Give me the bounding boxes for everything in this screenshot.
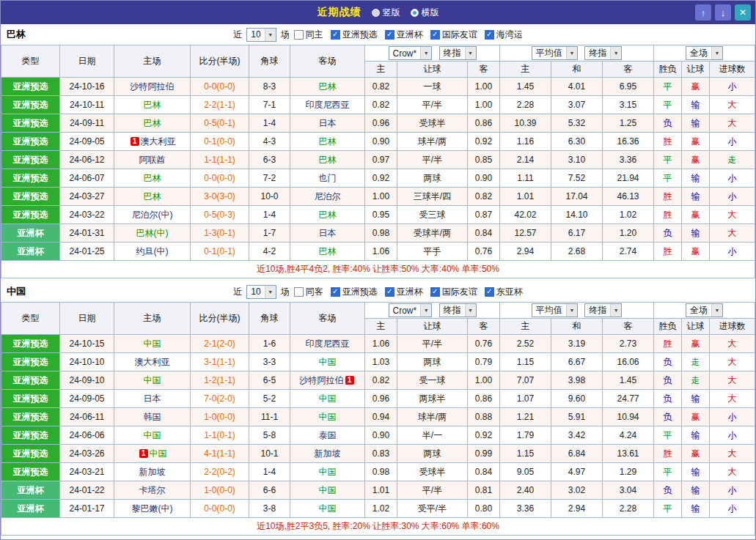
- euro-odds-time-select[interactable]: 终指▼: [584, 46, 622, 60]
- competition-checkbox[interactable]: ✓亚洲预选: [331, 29, 378, 41]
- home-team-cell: 沙特阿拉伯: [114, 78, 191, 96]
- asian-handicap-cell: 受三球: [397, 206, 468, 224]
- asian-handicap-cell: 受一球: [397, 371, 468, 390]
- euro-home-odds-cell: 42.02: [500, 206, 551, 224]
- team-label: 中国: [144, 375, 161, 385]
- average-select[interactable]: 平均值▼: [532, 303, 578, 317]
- outcome-cell: 胜: [654, 133, 682, 151]
- competition-checkbox[interactable]: ✓国际友谊: [430, 286, 477, 298]
- competition-label: 亚洲预选: [342, 29, 378, 41]
- same-venue-checkbox[interactable]: 同主: [294, 29, 323, 41]
- competition-label: 亚洲杯: [397, 286, 423, 298]
- euro-draw-odds-cell: 3.07: [551, 96, 603, 114]
- down-button[interactable]: ↓: [715, 4, 731, 21]
- asian-odds-header: Crow*▼ 终指▼: [365, 45, 500, 62]
- competition-checkbox[interactable]: ✓国际友谊: [430, 29, 477, 41]
- team-label: 中国: [144, 339, 161, 349]
- euro-draw-odds-cell: 6.30: [551, 133, 603, 151]
- asian-handicap-cell: 半/一: [397, 426, 468, 445]
- euro-home-odds-cell: 1.21: [500, 408, 551, 426]
- score-cell: 4-1(1-1): [191, 445, 249, 463]
- euro-odds-time-select[interactable]: 终指▼: [584, 303, 622, 317]
- euro-draw-odds-cell: 5.91: [551, 408, 603, 426]
- col-score: 比分(半场): [191, 303, 249, 335]
- match-row: 亚洲预选24-06-12阿联酋1-1(1-1)6-3巴林0.97平/半0.852…: [1, 151, 755, 169]
- away-team-cell: 巴林: [290, 151, 365, 169]
- goals-result-cell: 小: [710, 481, 755, 500]
- euro-home-odds-cell: 1.15: [500, 445, 551, 463]
- team-label: 日本: [319, 228, 337, 238]
- team-label: 中国: [319, 357, 337, 367]
- chevron-down-icon: ▼: [711, 47, 722, 59]
- score-cell: 0-5(0-3): [191, 206, 249, 224]
- score-cell: 1-0(0-0): [191, 481, 249, 500]
- competition-checkbox[interactable]: ✓海湾运: [485, 29, 523, 41]
- col-asian-away: 客: [468, 319, 500, 335]
- checkbox-checked-icon: ✓: [485, 287, 494, 297]
- match-row: 亚洲预选24-09-051澳大利亚0-1(0-0)4-3巴林0.90球半/两0.…: [1, 133, 755, 151]
- team-label: 中国: [144, 430, 161, 440]
- team-label: 日本: [144, 393, 161, 404]
- match-scope-select[interactable]: 全场▼: [686, 303, 723, 317]
- team-label: 巴林: [319, 210, 337, 220]
- select-value: 终指: [444, 47, 461, 59]
- same-venue-checkbox[interactable]: 同客: [294, 286, 323, 298]
- score-cell: 7-0(2-0): [191, 390, 249, 408]
- select-value: 终指: [589, 304, 606, 317]
- match-scope-select[interactable]: 全场▼: [686, 46, 723, 60]
- col-home: 主场: [114, 45, 191, 78]
- close-button[interactable]: ✕: [735, 4, 751, 21]
- handicap-result-cell: 输: [682, 426, 710, 445]
- recent-count-select[interactable]: 10 ▼: [246, 28, 276, 42]
- asian-odds-time-select[interactable]: 终指▼: [439, 46, 477, 60]
- bookmaker-select[interactable]: Crow*▼: [389, 46, 433, 60]
- up-button[interactable]: ↑: [695, 4, 711, 21]
- asian-home-odds-cell: 0.82: [365, 96, 397, 114]
- corner-cell: 11-1: [249, 408, 290, 426]
- match-type-cell: 亚洲杯: [1, 243, 60, 261]
- outcome-cell: 平: [654, 426, 682, 445]
- outcome-cell: 胜: [654, 445, 682, 463]
- euro-home-odds-cell: 12.57: [500, 224, 551, 243]
- competition-checkbox[interactable]: ✓亚洲预选: [331, 286, 378, 298]
- home-team-cell: 中国: [114, 426, 191, 445]
- asian-handicap-cell: 平手: [397, 243, 468, 261]
- match-row: 亚洲预选24-09-05日本7-0(2-0)5-2中国0.96两球半0.861.…: [1, 390, 755, 408]
- team-label: 巴林: [319, 136, 337, 147]
- checkbox-checked-icon: ✓: [385, 30, 394, 40]
- radio-horizontal-label: 横版: [422, 7, 439, 19]
- home-team-cell: 卡塔尔: [114, 481, 191, 500]
- recent-count-select[interactable]: 10 ▼: [246, 285, 276, 299]
- bookmaker-select[interactable]: Crow*▼: [389, 303, 433, 317]
- competition-checkbox[interactable]: ✓亚洲杯: [385, 286, 423, 298]
- asian-home-odds-cell: 0.83: [365, 445, 397, 463]
- radio-horizontal-layout[interactable]: 横版: [411, 7, 439, 19]
- match-row: 亚洲预选24-06-06中国1-1(0-1)5-8泰国0.90半/一0.921.…: [1, 426, 755, 445]
- summary-row: 近10场,胜2平3负5, 胜率:20% 让胜率:30% 大率:60% 单率:60…: [1, 518, 755, 536]
- outcome-cell: 平: [654, 96, 682, 114]
- asian-odds-time-select[interactable]: 终指▼: [439, 303, 477, 317]
- team-label: 中国: [319, 393, 337, 404]
- team-label: 中国: [319, 467, 337, 477]
- competition-checkbox[interactable]: ✓东亚杯: [485, 286, 523, 298]
- team-label: 日本: [319, 118, 337, 128]
- score-cell: 3-1(1-1): [191, 353, 249, 371]
- handicap-result-cell: 走: [682, 371, 710, 390]
- euro-away-odds-cell: 2.28: [603, 500, 654, 518]
- competition-checkbox[interactable]: ✓亚洲杯: [385, 29, 423, 41]
- handicap-result-cell: 赢: [682, 206, 710, 224]
- team-label: 黎巴嫩(中): [132, 503, 173, 514]
- checkbox-checked-icon: ✓: [385, 287, 394, 297]
- goals-result-cell: 大: [710, 353, 755, 371]
- average-select[interactable]: 平均值▼: [532, 46, 578, 60]
- col-home: 主场: [114, 303, 191, 335]
- home-team-cell: 1中国: [114, 445, 191, 463]
- home-team-cell: 阿联酋: [114, 151, 191, 169]
- corner-cell: 6-6: [249, 481, 290, 500]
- euro-away-odds-cell: 1.25: [603, 114, 654, 133]
- chevron-down-icon: ▼: [265, 29, 276, 41]
- radio-vertical-layout[interactable]: 竖版: [372, 7, 400, 19]
- home-team-cell: 巴林: [114, 169, 191, 188]
- match-date-cell: 24-01-22: [60, 481, 114, 500]
- handicap-result-cell: 赢: [682, 335, 710, 353]
